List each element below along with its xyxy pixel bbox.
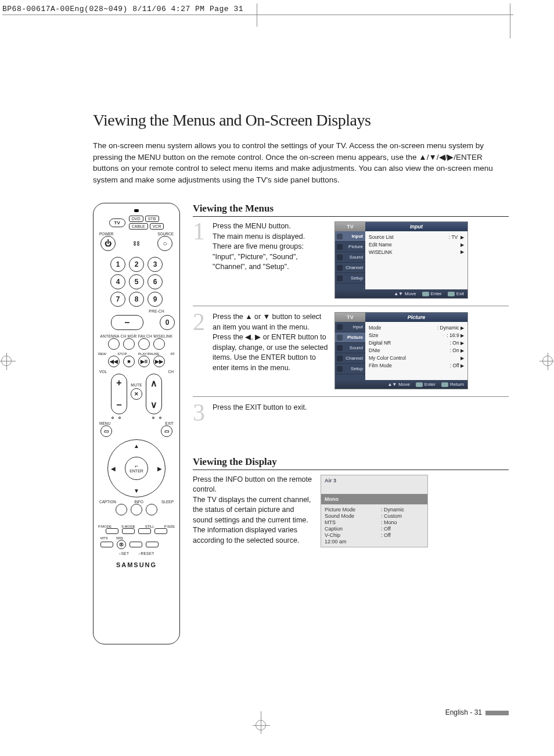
- step-2-number: 2: [193, 312, 208, 333]
- stop-label: STOP: [117, 352, 127, 356]
- info-value: : Mono: [381, 519, 424, 525]
- sleep-button: [146, 504, 157, 515]
- registration-mark-left: [1, 356, 12, 366]
- osd-tab-setup: Setup: [335, 364, 365, 374]
- ch-label: CH: [168, 370, 174, 374]
- mute-button: ✕: [131, 388, 142, 400]
- info-value: : Custom: [381, 513, 424, 519]
- footer-bar-icon: [485, 711, 509, 715]
- viewing-menus-heading: Viewing the Menus: [193, 203, 509, 217]
- move-label: Move: [405, 291, 416, 296]
- info-label: Sound Mode: [325, 513, 375, 519]
- return-icon: [441, 382, 448, 387]
- step-1-text: Press the MENU button. The main menu is …: [213, 221, 329, 273]
- rew-button: ◀◀: [108, 356, 120, 367]
- wiselink-button: [153, 338, 165, 350]
- input-icon: [337, 324, 343, 330]
- ff-label: FF: [171, 352, 175, 356]
- osd-picture-menu: TVPicture Input Picture Sound Channel Se…: [334, 312, 468, 389]
- info-label: INFO: [134, 500, 143, 504]
- viewing-display-heading: Viewing the Display: [193, 456, 509, 470]
- osd-tv-label: TV: [335, 313, 365, 322]
- srs-button: ⦿: [117, 540, 126, 549]
- osd-row: Source List: TV ▶: [369, 234, 464, 241]
- exit-button: ▭: [161, 425, 172, 437]
- power-button: ⏻: [100, 236, 116, 251]
- pre-header: BP68-00617A-00Eng(028~049) 8/11/06 4:27 …: [0, 0, 554, 15]
- info-label: 12:00 am: [325, 539, 375, 544]
- channel-icon: [337, 356, 343, 361]
- osd-input-menu: TVInput Input Picture Sound Channel Setu…: [334, 221, 468, 299]
- vcr-mode-button: VCR: [150, 223, 164, 230]
- vol-label: VOL: [99, 370, 107, 374]
- antenna-button: [108, 338, 120, 350]
- info-display-box: Air 3 Mono Picture Mode: Dynamic Sound M…: [321, 475, 428, 547]
- dpad-left-icon: ◀: [111, 465, 116, 472]
- page-number: English - 31: [445, 708, 482, 716]
- num-6-button: 6: [148, 274, 163, 289]
- input-icon: [337, 234, 343, 239]
- chmgr-button: [123, 338, 135, 350]
- osd-row: Mode: Dynamic ▶: [369, 324, 464, 332]
- osd-tab-input: Input: [335, 231, 365, 242]
- ff-button: ▶▶: [153, 356, 165, 367]
- reset-label: ○RESET: [138, 551, 154, 556]
- volume-rocker: +−: [111, 374, 127, 414]
- num-8-button: 8: [129, 292, 144, 307]
- enter-icon: [416, 382, 423, 387]
- tv-mode-button: TV: [109, 218, 125, 227]
- mts-button: [100, 542, 113, 547]
- osd-title: Picture: [365, 313, 467, 322]
- remote-control-diagram: TV DVDSTB CABLEVCR POWERSOURCE ⏻ ○ 123 4…: [93, 203, 180, 644]
- chevron-right-icon: ▶: [461, 333, 464, 338]
- divider: [193, 306, 509, 306]
- menu-button: ▭: [100, 425, 112, 437]
- channel-icon: [337, 265, 343, 271]
- page-footer: English - 31: [0, 668, 554, 734]
- info-value: : Dynamic: [381, 507, 424, 513]
- psize-button: [154, 528, 167, 534]
- divider: [193, 396, 509, 397]
- osd-row: Size: 16:9 ▶: [369, 332, 464, 339]
- intro-paragraph: The on-screen menu system allows you to …: [93, 140, 509, 185]
- set-label: ○SET: [118, 551, 129, 556]
- pre-ch-label: PRE-CH: [98, 309, 175, 313]
- sound-icon: [337, 345, 343, 351]
- exit-label: Exit: [456, 291, 464, 296]
- info-value: : Off: [381, 526, 424, 532]
- picture-icon: [337, 335, 343, 341]
- dvd-mode-button: DVD: [129, 216, 143, 222]
- enter-label: Enter: [431, 291, 442, 296]
- pmode-button: [106, 528, 118, 534]
- dpad-down-icon: ▼: [134, 488, 139, 494]
- rew-label: REW: [98, 352, 106, 356]
- num-5-button: 5: [129, 274, 144, 289]
- exit-label: EXIT: [166, 421, 174, 425]
- registration-mark-right: [542, 356, 553, 366]
- chevron-right-icon: ▶: [461, 325, 464, 331]
- enter-label: Enter: [425, 382, 436, 387]
- page-title: Viewing the Menus and On-Screen Displays: [93, 111, 509, 130]
- chevron-right-icon: ▶: [461, 341, 464, 346]
- step-3-text: Press the EXIT button to exit.: [213, 403, 509, 413]
- step-1-number: 1: [193, 221, 208, 242]
- info-value: [381, 539, 424, 544]
- osd-tv-label: TV: [335, 222, 365, 231]
- osd-row: Film Mode: Off ▶: [369, 362, 464, 370]
- feature-labels-row: ANTENNA CH MGR FAV.CH WISELINK: [98, 334, 175, 338]
- chevron-right-icon: ▶: [461, 249, 464, 256]
- extra-button-2: [146, 542, 159, 547]
- osd-tab-sound: Sound: [335, 252, 365, 263]
- osd-tab-picture: Picture: [335, 242, 365, 252]
- sleep-label: SLEEP: [161, 500, 174, 504]
- move-label: Move: [398, 382, 410, 387]
- dpad-up-icon: ▲: [134, 443, 139, 449]
- num-7-button: 7: [110, 292, 125, 307]
- osd-title: Input: [365, 222, 467, 231]
- still-button: [138, 528, 151, 534]
- num-4-button: 4: [110, 274, 125, 289]
- dpad-right-icon: ▶: [157, 465, 162, 472]
- play-label: PLAY/PAUSE: [138, 352, 159, 356]
- power-label: POWER: [99, 232, 114, 236]
- info-label: MTS: [325, 519, 375, 525]
